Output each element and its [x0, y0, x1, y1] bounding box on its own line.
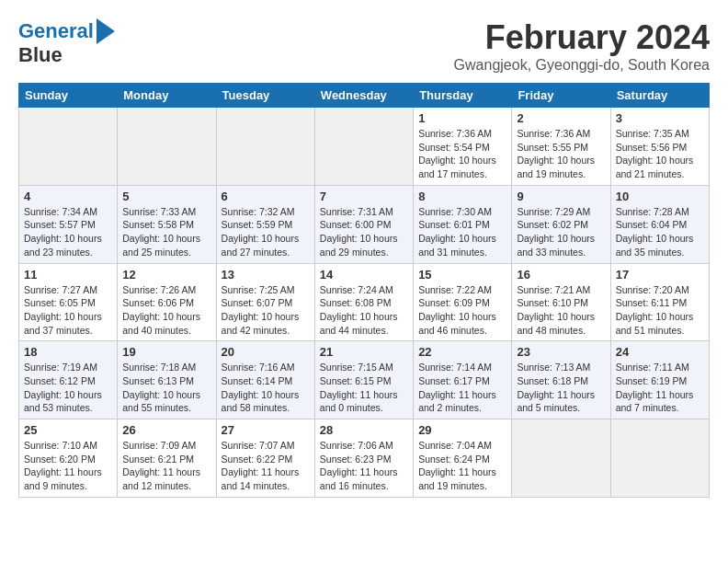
day-number: 18	[24, 345, 112, 359]
day-info: Sunrise: 7:06 AM Sunset: 6:23 PM Dayligh…	[320, 439, 408, 493]
calendar-cell: 14Sunrise: 7:24 AM Sunset: 6:08 PM Dayli…	[314, 263, 413, 341]
day-number: 28	[320, 423, 408, 437]
day-number: 5	[122, 190, 210, 203]
day-number: 3	[616, 111, 704, 125]
day-info: Sunrise: 7:10 AM Sunset: 6:20 PM Dayligh…	[24, 439, 112, 493]
calendar-cell: 3Sunrise: 7:35 AM Sunset: 5:56 PM Daylig…	[610, 108, 709, 186]
calendar-cell: 20Sunrise: 7:16 AM Sunset: 6:14 PM Dayli…	[216, 341, 314, 419]
day-number: 8	[418, 190, 506, 203]
day-number: 23	[517, 345, 605, 359]
day-info: Sunrise: 7:32 AM Sunset: 5:59 PM Dayligh…	[222, 205, 310, 259]
day-number: 24	[616, 345, 704, 359]
day-info: Sunrise: 7:22 AM Sunset: 6:09 PM Dayligh…	[418, 283, 506, 338]
day-number: 10	[616, 190, 704, 203]
page-header: General Blue February 2024 Gwangjeok, Gy…	[18, 18, 710, 74]
day-info: Sunrise: 7:24 AM Sunset: 6:08 PM Dayligh…	[320, 283, 408, 338]
day-info: Sunrise: 7:04 AM Sunset: 6:24 PM Dayligh…	[418, 439, 506, 493]
title-block: February 2024 Gwangjeok, Gyeonggi-do, So…	[454, 18, 710, 74]
day-number: 14	[320, 268, 408, 282]
day-info: Sunrise: 7:36 AM Sunset: 5:54 PM Dayligh…	[418, 127, 506, 181]
day-number: 17	[616, 268, 704, 282]
calendar-cell: 17Sunrise: 7:20 AM Sunset: 6:11 PM Dayli…	[610, 263, 709, 341]
day-info: Sunrise: 7:27 AM Sunset: 6:05 PM Dayligh…	[24, 283, 112, 338]
calendar-cell: 13Sunrise: 7:25 AM Sunset: 6:07 PM Dayli…	[216, 263, 314, 341]
day-info: Sunrise: 7:20 AM Sunset: 6:11 PM Dayligh…	[616, 283, 704, 338]
calendar-cell	[216, 108, 314, 186]
calendar-cell: 10Sunrise: 7:28 AM Sunset: 6:04 PM Dayli…	[610, 185, 709, 263]
day-number: 29	[418, 423, 506, 437]
day-info: Sunrise: 7:31 AM Sunset: 6:00 PM Dayligh…	[320, 205, 408, 259]
day-number: 25	[24, 423, 112, 437]
calendar-cell: 22Sunrise: 7:14 AM Sunset: 6:17 PM Dayli…	[414, 341, 512, 419]
day-info: Sunrise: 7:07 AM Sunset: 6:22 PM Dayligh…	[222, 439, 310, 493]
calendar-week-row: 1Sunrise: 7:36 AM Sunset: 5:54 PM Daylig…	[19, 108, 710, 186]
col-header-friday: Friday	[512, 84, 610, 108]
calendar-cell: 11Sunrise: 7:27 AM Sunset: 6:05 PM Dayli…	[19, 263, 118, 341]
day-number: 15	[418, 268, 506, 282]
calendar-cell: 4Sunrise: 7:34 AM Sunset: 5:57 PM Daylig…	[19, 185, 118, 263]
day-number: 6	[222, 190, 310, 203]
day-info: Sunrise: 7:30 AM Sunset: 6:01 PM Dayligh…	[418, 205, 506, 259]
day-info: Sunrise: 7:14 AM Sunset: 6:17 PM Dayligh…	[418, 361, 506, 415]
day-info: Sunrise: 7:19 AM Sunset: 6:12 PM Dayligh…	[24, 361, 112, 415]
month-title: February 2024	[454, 18, 710, 57]
logo-text: General	[18, 20, 94, 42]
calendar-cell: 24Sunrise: 7:11 AM Sunset: 6:19 PM Dayli…	[610, 341, 709, 419]
calendar-cell: 25Sunrise: 7:10 AM Sunset: 6:20 PM Dayli…	[19, 419, 118, 498]
day-info: Sunrise: 7:25 AM Sunset: 6:07 PM Dayligh…	[222, 283, 310, 338]
calendar-cell: 27Sunrise: 7:07 AM Sunset: 6:22 PM Dayli…	[216, 419, 314, 498]
col-header-tuesday: Tuesday	[216, 84, 314, 108]
calendar-cell: 19Sunrise: 7:18 AM Sunset: 6:13 PM Dayli…	[118, 341, 216, 419]
day-info: Sunrise: 7:33 AM Sunset: 5:58 PM Dayligh…	[122, 205, 210, 259]
day-number: 4	[24, 190, 112, 203]
calendar-cell	[314, 108, 413, 186]
calendar-cell: 2Sunrise: 7:36 AM Sunset: 5:55 PM Daylig…	[512, 108, 610, 186]
col-header-thursday: Thursday	[414, 84, 512, 108]
logo-arrow-icon	[97, 18, 115, 44]
location: Gwangjeok, Gyeonggi-do, South Korea	[454, 57, 710, 74]
day-number: 12	[122, 268, 210, 282]
calendar-table: SundayMondayTuesdayWednesdayThursdayFrid…	[18, 83, 710, 498]
calendar-cell: 9Sunrise: 7:29 AM Sunset: 6:02 PM Daylig…	[512, 185, 610, 263]
day-number: 27	[222, 423, 310, 437]
day-number: 13	[222, 268, 310, 282]
day-info: Sunrise: 7:26 AM Sunset: 6:06 PM Dayligh…	[122, 283, 210, 338]
col-header-wednesday: Wednesday	[314, 84, 413, 108]
day-info: Sunrise: 7:34 AM Sunset: 5:57 PM Dayligh…	[24, 205, 112, 259]
col-header-monday: Monday	[118, 84, 216, 108]
calendar-cell	[610, 419, 709, 498]
calendar-week-row: 11Sunrise: 7:27 AM Sunset: 6:05 PM Dayli…	[19, 263, 710, 341]
day-number: 16	[517, 268, 605, 282]
day-number: 19	[122, 345, 210, 359]
day-info: Sunrise: 7:11 AM Sunset: 6:19 PM Dayligh…	[616, 361, 704, 415]
day-info: Sunrise: 7:15 AM Sunset: 6:15 PM Dayligh…	[320, 361, 408, 415]
day-info: Sunrise: 7:21 AM Sunset: 6:10 PM Dayligh…	[517, 283, 605, 338]
calendar-cell: 8Sunrise: 7:30 AM Sunset: 6:01 PM Daylig…	[414, 185, 512, 263]
day-number: 1	[418, 111, 506, 125]
day-info: Sunrise: 7:09 AM Sunset: 6:21 PM Dayligh…	[122, 439, 210, 493]
calendar-cell	[118, 108, 216, 186]
day-info: Sunrise: 7:18 AM Sunset: 6:13 PM Dayligh…	[122, 361, 210, 415]
day-number: 9	[517, 190, 605, 203]
col-header-saturday: Saturday	[610, 84, 709, 108]
calendar-cell	[19, 108, 118, 186]
calendar-cell: 6Sunrise: 7:32 AM Sunset: 5:59 PM Daylig…	[216, 185, 314, 263]
calendar-cell: 29Sunrise: 7:04 AM Sunset: 6:24 PM Dayli…	[414, 419, 512, 498]
day-info: Sunrise: 7:36 AM Sunset: 5:55 PM Dayligh…	[517, 127, 605, 181]
day-info: Sunrise: 7:13 AM Sunset: 6:18 PM Dayligh…	[517, 361, 605, 415]
day-number: 20	[222, 345, 310, 359]
calendar-cell: 5Sunrise: 7:33 AM Sunset: 5:58 PM Daylig…	[118, 185, 216, 263]
calendar-cell: 12Sunrise: 7:26 AM Sunset: 6:06 PM Dayli…	[118, 263, 216, 341]
day-number: 21	[320, 345, 408, 359]
calendar-cell: 16Sunrise: 7:21 AM Sunset: 6:10 PM Dayli…	[512, 263, 610, 341]
calendar-cell: 23Sunrise: 7:13 AM Sunset: 6:18 PM Dayli…	[512, 341, 610, 419]
calendar-header-row: SundayMondayTuesdayWednesdayThursdayFrid…	[19, 84, 710, 108]
col-header-sunday: Sunday	[19, 84, 118, 108]
calendar-cell: 28Sunrise: 7:06 AM Sunset: 6:23 PM Dayli…	[314, 419, 413, 498]
calendar-week-row: 25Sunrise: 7:10 AM Sunset: 6:20 PM Dayli…	[19, 419, 710, 498]
day-number: 7	[320, 190, 408, 203]
calendar-cell: 26Sunrise: 7:09 AM Sunset: 6:21 PM Dayli…	[118, 419, 216, 498]
day-number: 11	[24, 268, 112, 282]
calendar-week-row: 4Sunrise: 7:34 AM Sunset: 5:57 PM Daylig…	[19, 185, 710, 263]
day-number: 2	[517, 111, 605, 125]
